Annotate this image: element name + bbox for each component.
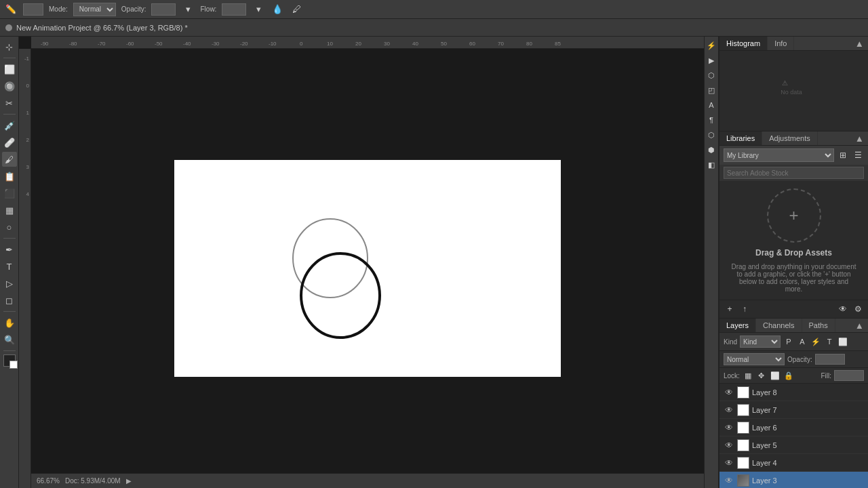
layers-expand-btn[interactable]: ▲	[851, 319, 868, 332]
shape-btn[interactable]: ◻	[2, 293, 17, 308]
layers-mode-row: Normal Opacity: 100%	[719, 351, 868, 368]
panel-icon-3[interactable]: ⬡	[705, 69, 717, 81]
layer-item-layer3[interactable]: 👁Layer 3	[719, 472, 868, 488]
layer-eye-layer6[interactable]: 👁	[724, 422, 734, 433]
layer-eye-layer5[interactable]: 👁	[724, 440, 734, 451]
opacity-row: Opacity: 100%	[787, 354, 845, 365]
type-btn[interactable]: T	[2, 259, 17, 274]
flow-input[interactable]: 100%	[222, 3, 246, 16]
pressure-btn[interactable]: 🖊	[290, 3, 303, 16]
layer-item-layer4[interactable]: 👁Layer 4	[719, 454, 868, 472]
select-rect-btn[interactable]: ⬜	[2, 62, 17, 77]
panel-icon-9[interactable]: ◧	[705, 159, 717, 171]
eyedropper-btn[interactable]: 💉	[2, 118, 17, 133]
title-close-btn[interactable]	[5, 24, 12, 31]
crop-btn[interactable]: ✂	[2, 96, 17, 110]
top-toolbar: ✏️ 10 Mode: Normal Opacity: 100% ▾ Flow:…	[0, 0, 868, 19]
canvas-area: -90 -80 -70 -60 -50 -40 -30 -20 -10 0 10…	[19, 37, 704, 488]
panel-icon-play[interactable]: ▶	[705, 54, 717, 66]
mode-select[interactable]: Normal	[73, 3, 116, 16]
library-select[interactable]: My Library	[724, 148, 834, 162]
adjustments-tab[interactable]: Adjustments	[762, 131, 818, 145]
kind-select[interactable]: Kind	[740, 336, 781, 348]
library-grid-btn[interactable]: ⊞	[837, 149, 849, 161]
layer-eye-layer7[interactable]: 👁	[724, 405, 734, 415]
doc-size: Doc: 5.93M/4.00M	[65, 477, 121, 485]
opacity-label: Opacity:	[121, 5, 146, 13]
foreground-color[interactable]	[3, 354, 16, 367]
move-tool-btn[interactable]: ⊹	[2, 39, 17, 54]
ruler-mark-v: 0	[26, 83, 29, 89]
ruler-mark: -50	[155, 41, 163, 47]
layers-tab-btn[interactable]: Layers	[719, 319, 756, 332]
lock-pixels-btn[interactable]: ▦	[743, 370, 753, 381]
svg-text:No data: No data	[781, 89, 802, 96]
layer-name-layer5: Layer 5	[752, 441, 864, 449]
filter-icon-3[interactable]: ⚡	[810, 336, 821, 347]
histogram-tab[interactable]: Histogram	[719, 37, 768, 50]
dodge-btn[interactable]: ○	[2, 220, 17, 235]
panel-icon-5[interactable]: A	[705, 99, 717, 111]
zoom-btn[interactable]: 🔍	[2, 332, 17, 347]
filter-icon-4[interactable]: T	[824, 336, 835, 347]
clone-stamp-btn[interactable]: 📋	[2, 169, 17, 184]
blend-mode-select[interactable]: Normal	[724, 353, 785, 365]
layer-eye-layer8[interactable]: 👁	[724, 387, 734, 398]
panel-icon-7[interactable]: ⬡	[705, 129, 717, 141]
panel-icon-1[interactable]: ⚡	[705, 39, 717, 52]
select-lasso-btn[interactable]: 🔘	[2, 79, 17, 94]
library-settings-btn[interactable]: ⚙	[852, 303, 864, 315]
fill-input[interactable]: 100%	[834, 370, 864, 381]
panel-icon-8[interactable]: ⬢	[705, 144, 717, 156]
histogram-expand-btn[interactable]: ▲	[851, 37, 868, 50]
flow-expand-btn[interactable]: ▾	[252, 3, 265, 16]
path-select-btn[interactable]: ▷	[2, 276, 17, 291]
opacity-expand-btn[interactable]: ▾	[181, 3, 195, 16]
ruler-mark: 85	[555, 41, 561, 47]
gradient-btn[interactable]: ▦	[2, 203, 17, 218]
libraries-tab[interactable]: Libraries	[719, 131, 762, 145]
library-search-input[interactable]	[724, 167, 864, 179]
histogram-tabs: Histogram Info ▲	[719, 37, 868, 51]
eraser-btn[interactable]: ⬛	[2, 186, 17, 201]
info-tab[interactable]: Info	[768, 37, 794, 50]
library-eye-btn[interactable]: 👁	[837, 303, 849, 315]
opacity-input[interactable]: 100%	[151, 3, 176, 16]
layer-item-layer5[interactable]: 👁Layer 5	[719, 436, 868, 454]
filter-on-btn[interactable]: ⬜	[837, 336, 848, 347]
lock-artboard-btn[interactable]: ⬜	[770, 370, 781, 381]
lock-move-btn[interactable]: ✥	[756, 370, 767, 381]
library-upload-btn[interactable]: ↑	[738, 303, 751, 315]
heal-btn[interactable]: 🩹	[2, 135, 17, 150]
toolbar-divider-2	[3, 114, 16, 115]
hand-btn[interactable]: ✋	[2, 315, 17, 330]
channels-tab-btn[interactable]: Channels	[756, 319, 802, 332]
layer-name-layer4: Layer 4	[752, 459, 864, 467]
brush-size-input[interactable]: 10	[23, 3, 43, 16]
panel-icon-6[interactable]: ¶	[705, 114, 717, 126]
brush-tool-btn[interactable]: ✏️	[4, 3, 18, 16]
brush-btn[interactable]: 🖌	[2, 152, 17, 167]
layers-opacity-input[interactable]: 100%	[815, 354, 845, 365]
lock-all-btn[interactable]: 🔒	[783, 370, 794, 381]
filter-icon-2[interactable]: A	[797, 336, 808, 347]
layer-item-layer8[interactable]: 👁Layer 8	[719, 384, 868, 401]
canvas-container[interactable]	[31, 49, 704, 488]
libraries-expand-btn[interactable]: ▲	[851, 131, 868, 145]
library-add-btn[interactable]: +	[724, 303, 736, 315]
background-color[interactable]	[9, 361, 18, 369]
libraries-toolbar: My Library ⊞ ☰	[719, 146, 868, 165]
layer-eye-layer3[interactable]: 👁	[724, 475, 734, 486]
filter-icon-1[interactable]: P	[783, 336, 794, 347]
library-list-btn[interactable]: ☰	[852, 149, 864, 161]
arrow-btn[interactable]: ▶	[126, 477, 132, 485]
layer-eye-layer4[interactable]: 👁	[724, 458, 734, 468]
ruler-mark-v: 2	[26, 137, 29, 143]
panel-icon-4[interactable]: ◰	[705, 84, 717, 96]
pen-btn[interactable]: ✒	[2, 242, 17, 257]
paths-tab-btn[interactable]: Paths	[802, 319, 835, 332]
layer-item-layer7[interactable]: 👁Layer 7	[719, 401, 868, 419]
layer-item-layer6[interactable]: 👁Layer 6	[719, 419, 868, 436]
airbrush-btn[interactable]: 💧	[271, 3, 284, 16]
drawing-canvas[interactable]	[174, 160, 561, 377]
